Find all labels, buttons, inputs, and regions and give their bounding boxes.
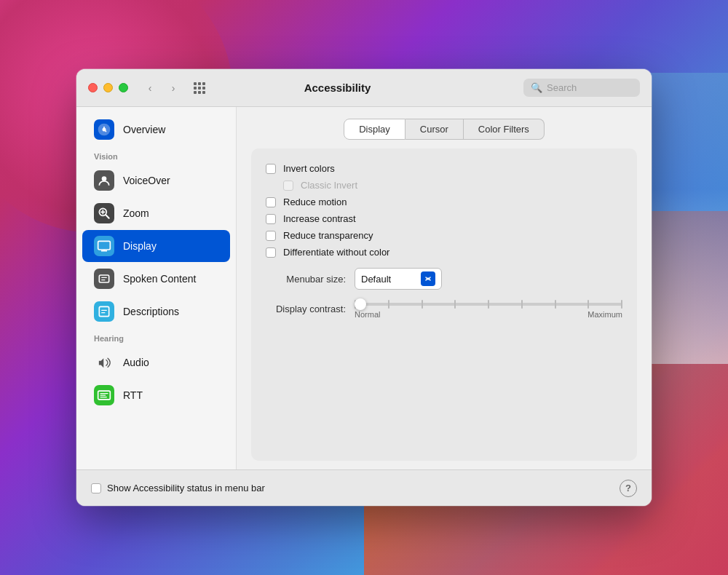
invert-colors-row: Invert colors xyxy=(266,160,622,177)
tick-1 xyxy=(388,300,389,309)
overview-label: Overview xyxy=(123,124,165,135)
reduce-motion-checkbox[interactable] xyxy=(266,197,276,207)
menubar-size-row: Menubar size: Default xyxy=(266,261,622,293)
display-contrast-thumb[interactable] xyxy=(355,298,366,310)
invert-colors-label: Invert colors xyxy=(283,163,335,174)
differentiate-color-row: Differentiate without color xyxy=(266,244,622,261)
menubar-size-value: Default xyxy=(361,274,415,285)
section-vision: Vision xyxy=(76,146,236,164)
invert-colors-checkbox[interactable] xyxy=(266,164,276,174)
differentiate-color-label: Differentiate without color xyxy=(283,247,389,258)
dropdown-arrow-icon xyxy=(421,271,435,286)
sidebar-item-descriptions[interactable]: Descriptions xyxy=(82,296,230,328)
reduce-transparency-checkbox[interactable] xyxy=(266,231,276,241)
classic-invert-row: Classic Invert xyxy=(266,177,622,194)
help-button[interactable]: ? xyxy=(620,480,637,497)
increase-contrast-label: Increase contrast xyxy=(283,213,356,224)
search-placeholder: Search xyxy=(547,82,577,93)
sidebar-item-audio[interactable]: Audio xyxy=(82,346,230,378)
slider-ticks xyxy=(355,300,622,309)
classic-invert-checkbox[interactable] xyxy=(283,181,293,191)
accessibility-window: ‹ › Accessibility 🔍 Search xyxy=(76,69,652,506)
content-area: Overview Vision VoiceOver xyxy=(76,107,652,469)
sidebar: Overview Vision VoiceOver xyxy=(76,107,237,469)
svg-point-2 xyxy=(102,176,107,181)
tick-6 xyxy=(555,300,556,309)
menubar-size-dropdown[interactable]: Default xyxy=(355,268,442,290)
bottom-checkbox-row: Show Accessibility status in menu bar xyxy=(91,483,265,493)
slider-max-label: Maximum xyxy=(587,310,622,319)
slider-labels: Normal Maximum xyxy=(355,310,622,319)
sidebar-item-zoom[interactable]: Zoom xyxy=(82,197,230,229)
audio-icon xyxy=(94,352,114,373)
titlebar: ‹ › Accessibility 🔍 Search xyxy=(76,69,652,107)
svg-rect-13 xyxy=(99,306,108,316)
slider-min-label: Normal xyxy=(355,310,380,319)
search-box[interactable]: 🔍 Search xyxy=(523,79,640,97)
reduce-transparency-label: Reduce transparency xyxy=(283,230,373,241)
tick-4 xyxy=(488,300,489,309)
display-content-area: Invert colors Classic Invert Reduce moti… xyxy=(251,148,637,461)
display-contrast-track[interactable] xyxy=(355,303,622,306)
svg-rect-10 xyxy=(99,275,108,282)
tab-color-filters[interactable]: Color Filters xyxy=(464,119,545,140)
audio-label: Audio xyxy=(123,357,149,368)
classic-invert-label: Classic Invert xyxy=(301,180,357,191)
tab-bar: Display Cursor Color Filters xyxy=(237,107,652,140)
descriptions-label: Descriptions xyxy=(123,306,179,317)
tick-7 xyxy=(587,300,589,309)
tick-2 xyxy=(422,300,423,309)
differentiate-color-checkbox[interactable] xyxy=(266,247,276,258)
tab-cursor[interactable]: Cursor xyxy=(405,119,464,140)
display-contrast-slider-container: Normal Maximum xyxy=(355,298,622,319)
overview-icon xyxy=(94,119,114,140)
tick-3 xyxy=(454,300,456,309)
descriptions-icon xyxy=(94,301,114,322)
menubar-size-label: Menubar size: xyxy=(266,274,346,285)
svg-point-1 xyxy=(103,128,106,132)
reduce-motion-row: Reduce motion xyxy=(266,194,622,210)
voiceover-icon xyxy=(94,170,114,191)
rtt-icon xyxy=(94,385,114,405)
spoken-content-icon xyxy=(94,269,114,289)
minimize-button[interactable] xyxy=(103,83,113,92)
svg-line-4 xyxy=(106,215,109,218)
reduce-motion-label: Reduce motion xyxy=(283,197,347,207)
sidebar-item-display[interactable]: Display xyxy=(82,230,230,262)
increase-contrast-checkbox[interactable] xyxy=(266,214,276,224)
spoken-content-label: Spoken Content xyxy=(123,273,196,285)
svg-rect-7 xyxy=(98,241,111,250)
reduce-transparency-row: Reduce transparency xyxy=(266,227,622,244)
zoom-label: Zoom xyxy=(123,207,149,219)
zoom-icon xyxy=(94,203,114,223)
display-icon xyxy=(94,236,114,256)
display-label: Display xyxy=(123,240,157,252)
rtt-label: RTT xyxy=(123,389,143,401)
sidebar-item-rtt[interactable]: RTT xyxy=(82,379,230,411)
tick-8 xyxy=(621,300,622,309)
window-title: Accessibility xyxy=(151,82,523,94)
bottom-bar: Show Accessibility status in menu bar ? xyxy=(76,469,652,506)
accessibility-status-label: Show Accessibility status in menu bar xyxy=(107,483,265,493)
display-contrast-label: Display contrast: xyxy=(266,304,346,314)
display-contrast-row: Display contrast: xyxy=(266,293,622,325)
increase-contrast-row: Increase contrast xyxy=(266,210,622,227)
tick-5 xyxy=(521,300,523,309)
voiceover-label: VoiceOver xyxy=(123,175,170,186)
accessibility-status-checkbox[interactable] xyxy=(91,483,101,493)
search-icon: 🔍 xyxy=(531,82,542,93)
tab-display[interactable]: Display xyxy=(344,119,405,140)
sidebar-item-voiceover[interactable]: VoiceOver xyxy=(82,164,230,197)
section-hearing: Hearing xyxy=(76,328,236,346)
traffic-lights xyxy=(88,83,128,92)
sidebar-item-overview[interactable]: Overview xyxy=(82,114,230,146)
sidebar-item-spoken-content[interactable]: Spoken Content xyxy=(82,263,230,295)
maximize-button[interactable] xyxy=(119,83,128,92)
main-panel: Display Cursor Color Filters Invert colo… xyxy=(237,107,652,469)
close-button[interactable] xyxy=(88,83,98,92)
